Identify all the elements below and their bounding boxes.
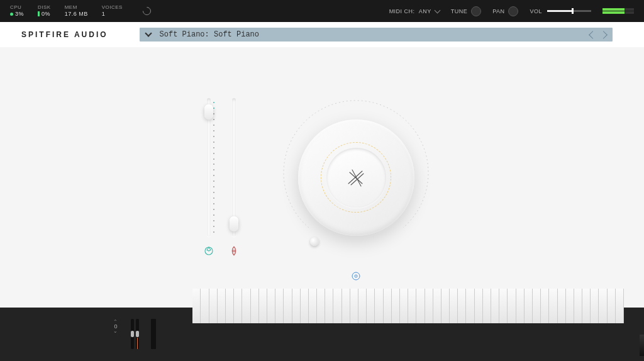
- white-key[interactable]: [450, 289, 458, 323]
- tune-label: TUNE: [451, 8, 468, 14]
- white-key[interactable]: [599, 289, 607, 323]
- white-key[interactable]: [317, 289, 325, 323]
- white-key[interactable]: [425, 289, 433, 323]
- white-key[interactable]: [251, 289, 259, 323]
- white-key[interactable]: [301, 289, 309, 323]
- white-key[interactable]: [192, 289, 201, 323]
- white-key[interactable]: [541, 289, 549, 323]
- white-key[interactable]: [566, 289, 574, 323]
- reverb-icon[interactable]: [351, 271, 361, 281]
- octave-down-icon[interactable]: ⌄: [113, 330, 118, 333]
- pan-knob[interactable]: [508, 6, 518, 16]
- cpu-indicator-icon: [10, 13, 13, 16]
- white-key[interactable]: [384, 289, 392, 323]
- midi-value: ANY: [419, 8, 431, 14]
- white-key[interactable]: [325, 289, 333, 323]
- right-controls: MIDI CH: ANY TUNE PAN VOL: [389, 6, 634, 16]
- white-key[interactable]: [525, 289, 533, 323]
- white-key[interactable]: [292, 289, 301, 323]
- white-key[interactable]: [375, 289, 383, 323]
- white-key[interactable]: [508, 289, 516, 323]
- voices-stat: VOICES 1: [102, 4, 123, 17]
- tune-knob[interactable]: [471, 6, 481, 16]
- mod-wheel[interactable]: [136, 319, 139, 349]
- white-key[interactable]: [333, 289, 341, 323]
- brand-logo: SPITFIRE AUDIO: [21, 30, 108, 39]
- white-key[interactable]: [441, 289, 450, 323]
- white-key[interactable]: [358, 289, 367, 323]
- mem-label: MEM: [65, 4, 88, 11]
- expression-icon[interactable]: [203, 245, 214, 257]
- white-key[interactable]: [284, 289, 292, 323]
- white-key[interactable]: [483, 289, 491, 323]
- chevron-down-icon: [434, 7, 440, 13]
- cpu-stat: CPU 3%: [10, 4, 24, 17]
- vol-control: VOL: [530, 8, 591, 14]
- preset-name: Soft Piano: Soft Piano: [160, 30, 259, 39]
- voices-label: VOICES: [102, 4, 123, 11]
- expression-thumb[interactable]: [204, 104, 213, 119]
- tune-control: TUNE: [451, 6, 482, 16]
- white-key[interactable]: [533, 289, 541, 323]
- white-key[interactable]: [275, 289, 284, 323]
- white-key[interactable]: [234, 289, 242, 323]
- svg-point-1: [233, 250, 235, 252]
- white-key[interactable]: [491, 289, 499, 323]
- white-key[interactable]: [433, 289, 441, 323]
- svg-point-7: [355, 275, 357, 277]
- white-key[interactable]: [416, 289, 425, 323]
- mem-value: 17.6 MB: [65, 11, 88, 18]
- white-key[interactable]: [218, 289, 226, 323]
- disk-value: 0%: [42, 11, 50, 18]
- white-key[interactable]: [201, 289, 209, 323]
- white-key[interactable]: [591, 289, 599, 323]
- white-key[interactable]: [267, 289, 275, 323]
- preset-selector[interactable]: Soft Piano: Soft Piano: [140, 28, 613, 42]
- white-key[interactable]: [408, 289, 416, 323]
- white-key[interactable]: [475, 289, 483, 323]
- white-key[interactable]: [516, 289, 525, 323]
- preset-prev-icon[interactable]: [589, 31, 597, 39]
- white-key[interactable]: [400, 289, 408, 323]
- white-key[interactable]: [350, 289, 358, 323]
- dial-ring: [321, 142, 391, 213]
- black-key[interactable]: [640, 335, 644, 356]
- white-key[interactable]: [549, 289, 557, 323]
- dynamics-icon[interactable]: [228, 245, 240, 257]
- white-key[interactable]: [367, 289, 375, 323]
- volume-slider[interactable]: [547, 10, 591, 12]
- white-key[interactable]: [342, 289, 350, 323]
- preset-dropdown-icon[interactable]: [145, 30, 152, 36]
- refresh-icon[interactable]: [141, 5, 152, 16]
- dial-handle[interactable]: [310, 237, 319, 246]
- voices-value: 1: [102, 11, 106, 18]
- white-key[interactable]: [226, 289, 234, 323]
- white-key[interactable]: [574, 289, 582, 323]
- midi-channel-select[interactable]: MIDI CH: ANY: [389, 8, 440, 14]
- cpu-label: CPU: [10, 4, 24, 11]
- dynamics-thumb[interactable]: [230, 216, 238, 231]
- keyboard-level-meter: [151, 319, 156, 349]
- white-key[interactable]: [582, 289, 591, 323]
- white-key[interactable]: [608, 289, 616, 323]
- dynamics-slider[interactable]: [228, 98, 240, 257]
- preset-next-icon[interactable]: [599, 31, 608, 39]
- white-key[interactable]: [616, 289, 624, 323]
- expression-slider[interactable]: [203, 98, 214, 257]
- octave-control: ⌃ 0 ⌄: [113, 320, 118, 333]
- white-key[interactable]: [392, 289, 400, 323]
- vol-label: VOL: [530, 8, 542, 14]
- output-meter: [602, 8, 634, 14]
- white-key[interactable]: [499, 289, 508, 323]
- disk-stat: DISK 0%: [38, 4, 51, 17]
- pitch-wheel[interactable]: [131, 319, 134, 349]
- white-key[interactable]: [466, 289, 474, 323]
- white-key[interactable]: [242, 289, 250, 323]
- white-key[interactable]: [309, 289, 317, 323]
- reverb-dial[interactable]: [271, 92, 441, 262]
- white-key[interactable]: [209, 289, 218, 323]
- main-panel: [0, 47, 644, 308]
- white-key[interactable]: [259, 289, 267, 323]
- white-key[interactable]: [558, 289, 566, 323]
- white-key[interactable]: [458, 289, 466, 323]
